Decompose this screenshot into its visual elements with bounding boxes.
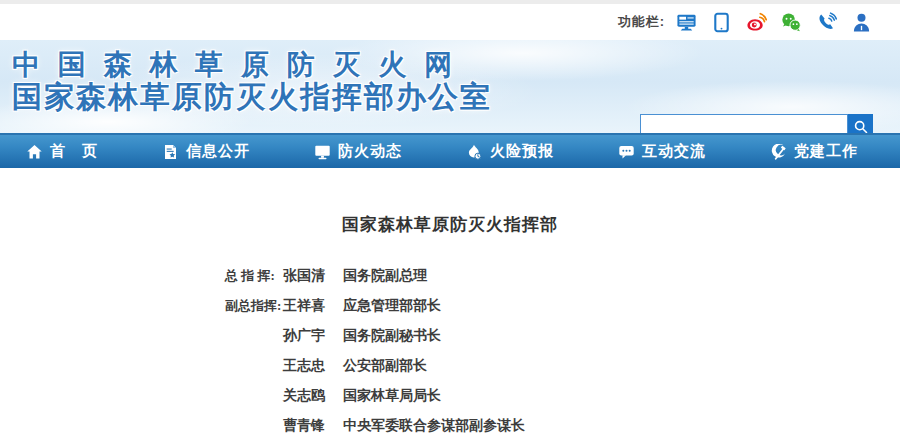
nav-label: 火险预报 xyxy=(490,142,554,161)
nav-item-fire-forecast[interactable]: 火险预报 xyxy=(466,142,554,161)
main-nav: 首 页 信息公开 防火动态 火险预报 互动交流 党建工作 xyxy=(0,133,900,168)
roster-row: 副总指挥:王祥喜应急管理部部长 xyxy=(225,291,900,321)
nav-item-interaction[interactable]: 互动交流 xyxy=(618,142,706,161)
roster-person-name: 王志忠 xyxy=(283,351,343,381)
site-logo[interactable]: 中 国 森 林 草 原 防 灭 火 网 国家森林草原防灭火指挥部办公室 xyxy=(12,50,492,113)
nav-item-party-building[interactable]: 党建工作 xyxy=(770,142,858,161)
fire-icon xyxy=(466,144,483,160)
roster-person-name: 孙广宇 xyxy=(283,321,343,351)
roster-person-title: 应急管理部部长 xyxy=(343,298,441,313)
nav-label: 首 页 xyxy=(50,142,98,161)
roster-person-title: 国务院副秘书长 xyxy=(343,328,441,343)
page-title: 国家森林草原防灭火指挥部 xyxy=(0,213,900,236)
user-icon[interactable] xyxy=(850,11,872,33)
roster-person-title: 国务院副总理 xyxy=(343,268,427,283)
site-banner: 中 国 森 林 草 原 防 灭 火 网 国家森林草原防灭火指挥部办公室 xyxy=(0,40,900,133)
function-bar: 功能栏: xyxy=(0,4,900,40)
nav-item-info-disclosure[interactable]: 信息公开 xyxy=(162,142,250,161)
roster-person-title: 中央军委联合参谋部副参谋长 xyxy=(343,418,525,433)
roster-row: 曹青锋中央军委联合参谋部副参谋长 xyxy=(225,411,900,435)
phone-icon[interactable] xyxy=(815,11,837,33)
roster-person-title: 公安部副部长 xyxy=(343,358,427,373)
home-icon xyxy=(26,144,43,160)
nav-label: 信息公开 xyxy=(186,142,250,161)
chat-icon xyxy=(618,144,635,160)
function-bar-icons xyxy=(675,11,872,33)
roster-row: 孙广宇国务院副秘书长 xyxy=(225,321,900,351)
function-bar-label: 功能栏: xyxy=(618,13,665,31)
main-content: 国家森林草原防灭火指挥部 总 指 挥:张国清国务院副总理 副总指挥:王祥喜应急管… xyxy=(0,168,900,435)
nav-item-home[interactable]: 首 页 xyxy=(26,142,98,161)
mobile-icon[interactable] xyxy=(710,11,732,33)
nav-label: 防火动态 xyxy=(338,142,402,161)
roster-person-title: 国家林草局局长 xyxy=(343,388,441,403)
roster-row: 总 指 挥:张国清国务院副总理 xyxy=(225,261,900,291)
nav-label: 党建工作 xyxy=(794,142,858,161)
roster-person-name: 张国清 xyxy=(283,261,343,291)
roster-row: 关志鸥国家林草局局长 xyxy=(225,381,900,411)
roster-person-name: 曹青锋 xyxy=(283,411,343,435)
roster-person-name: 关志鸥 xyxy=(283,381,343,411)
desktop-icon[interactable] xyxy=(675,11,697,33)
weibo-icon[interactable] xyxy=(745,11,767,33)
wechat-icon[interactable] xyxy=(780,11,802,33)
roster-role-label: 总 指 挥: xyxy=(225,261,283,291)
roster-person-name: 王祥喜 xyxy=(283,291,343,321)
party-icon xyxy=(770,144,787,160)
nav-item-fire-news[interactable]: 防火动态 xyxy=(314,142,402,161)
commander-roster: 总 指 挥:张国清国务院副总理 副总指挥:王祥喜应急管理部部长 孙广宇国务院副秘… xyxy=(225,261,900,435)
monitor-icon xyxy=(314,144,331,160)
nav-label: 互动交流 xyxy=(642,142,706,161)
roster-row: 王志忠公安部副部长 xyxy=(225,351,900,381)
roster-role-label: 副总指挥: xyxy=(225,291,283,321)
site-title-line2: 国家森林草原防灭火指挥部办公室 xyxy=(12,80,492,113)
document-icon xyxy=(162,144,179,160)
site-title-line1: 中 国 森 林 草 原 防 灭 火 网 xyxy=(12,50,492,80)
